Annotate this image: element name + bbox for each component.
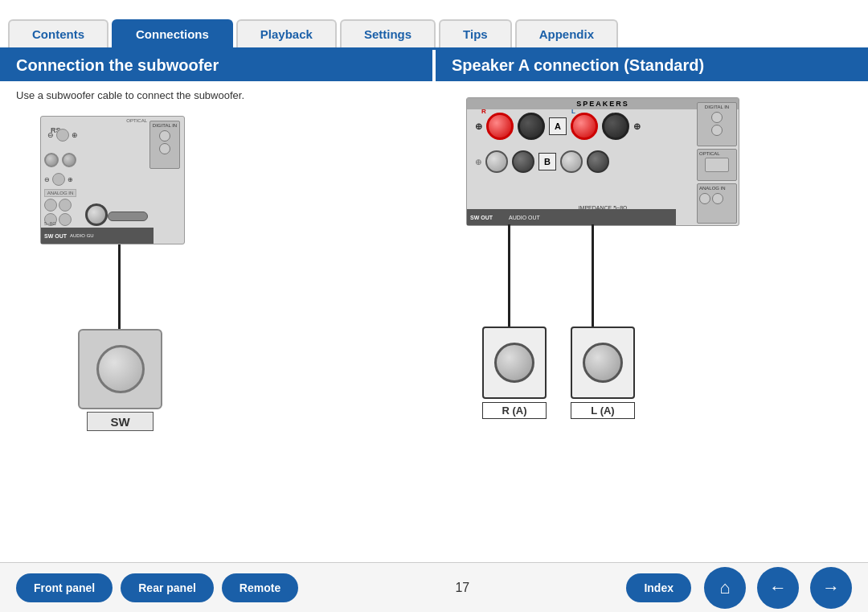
a-label: A	[549, 117, 567, 135]
b1-terminal-black	[512, 150, 534, 173]
right-pane: SPEAKERS ⊕ A ⊕ R L ⊕	[442, 89, 852, 532]
r-label-top: R	[481, 108, 486, 115]
digital-in-box: DIGITAL IN	[149, 121, 180, 169]
sw-label: SW	[87, 412, 154, 431]
r-enclosure	[482, 327, 547, 399]
receiver-unit-sw: RS OPTICAL DIGITAL IN ⊖ ⊕	[40, 116, 185, 244]
l-enclosure	[571, 327, 635, 399]
l-label-top: L	[571, 108, 575, 115]
top-navigation: Contents Connections Playback Settings T…	[0, 0, 868, 50]
optical-label: OPTICAL	[126, 118, 147, 123]
subwoofer-diagram: RS OPTICAL DIGITAL IN ⊖ ⊕	[32, 108, 321, 454]
home-button[interactable]: ⌂	[704, 567, 746, 609]
description-text: Use a subwoofer cable to connect the sub…	[16, 89, 426, 101]
speaker-boxes: R (A) L (A)	[482, 327, 635, 419]
tab-contents[interactable]: Contents	[8, 19, 108, 47]
sw-out-bar-right: SW OUT AUDIO OUT	[467, 209, 676, 225]
analog-in-right-label: ANALOG IN	[699, 186, 735, 191]
front-panel-button[interactable]: Front panel	[16, 573, 113, 602]
b1-terminal	[485, 150, 508, 173]
left-pane: Use a subwoofer cable to connect the sub…	[16, 89, 426, 532]
tab-appendix[interactable]: Appendix	[515, 19, 618, 47]
wire-to-l	[592, 224, 594, 337]
digital-in-label: DIGITAL IN	[150, 123, 179, 128]
plus-r: ⊕	[475, 121, 482, 132]
speaker-diagram: SPEAKERS ⊕ A ⊕ R L ⊕	[442, 89, 796, 435]
r-terminal-red	[486, 113, 514, 140]
receiver-unit-right: SPEAKERS ⊕ A ⊕ R L ⊕	[466, 97, 739, 226]
plus-l: ⊕	[633, 121, 641, 132]
tab-connections[interactable]: Connections	[112, 19, 233, 47]
sw-out-bar: SW OUT AUDIO GU	[41, 228, 154, 244]
r-label: R (A)	[482, 402, 547, 419]
optical-right-label: OPTICAL	[699, 151, 735, 156]
section-headers: Connection the subwoofer Speaker A conne…	[0, 50, 868, 81]
ohm-label: 5~8Ω	[44, 221, 56, 226]
analog-in-right: ANALOG IN	[697, 183, 737, 224]
r-terminal-black	[518, 113, 545, 140]
sw-out-right-label: SW OUT	[470, 215, 493, 220]
l-terminal-black	[602, 113, 629, 140]
bottom-bar: Front panel Rear panel Remote 17 Index ⌂…	[0, 562, 868, 612]
remote-button[interactable]: Remote	[222, 573, 298, 602]
b2-terminal-black	[587, 150, 609, 173]
back-button[interactable]: ←	[757, 567, 799, 609]
left-section-title: Connection the subwoofer	[0, 50, 432, 81]
audio-gu-label: AUDIO GU	[70, 233, 94, 238]
l-terminal-red	[571, 113, 598, 140]
tab-playback[interactable]: Playback	[236, 19, 337, 47]
page-number: 17	[314, 581, 610, 595]
speaker-r: R (A)	[482, 327, 547, 419]
r-cone	[494, 343, 534, 383]
b2-terminal	[560, 150, 583, 173]
nav-icon-buttons: ⌂ ← →	[699, 567, 852, 609]
analog-in-label: ANALOG IN	[44, 189, 76, 197]
audio-out-right-label: AUDIO OUT	[509, 215, 540, 220]
l-label: L (A)	[571, 402, 635, 419]
l-cone	[583, 343, 623, 383]
tab-tips[interactable]: Tips	[439, 19, 512, 47]
index-button[interactable]: Index	[626, 573, 691, 602]
speaker-l: L (A)	[571, 327, 635, 419]
plus-b1: ⊕	[475, 158, 481, 166]
forward-button[interactable]: →	[810, 567, 852, 609]
b-label: B	[538, 153, 556, 170]
subwoofer-enclosure	[78, 329, 162, 409]
rear-panel-button[interactable]: Rear panel	[121, 573, 214, 602]
optical-right: OPTICAL	[697, 149, 737, 181]
digital-in-right: DIGITAL IN	[697, 102, 737, 146]
sw-out-label: SW OUT	[44, 233, 67, 239]
wire-to-r	[508, 224, 510, 337]
tab-settings[interactable]: Settings	[340, 19, 436, 47]
right-section-title: Speaker A connection (Standard)	[432, 50, 868, 81]
content-area: Use a subwoofer cable to connect the sub…	[0, 81, 868, 540]
